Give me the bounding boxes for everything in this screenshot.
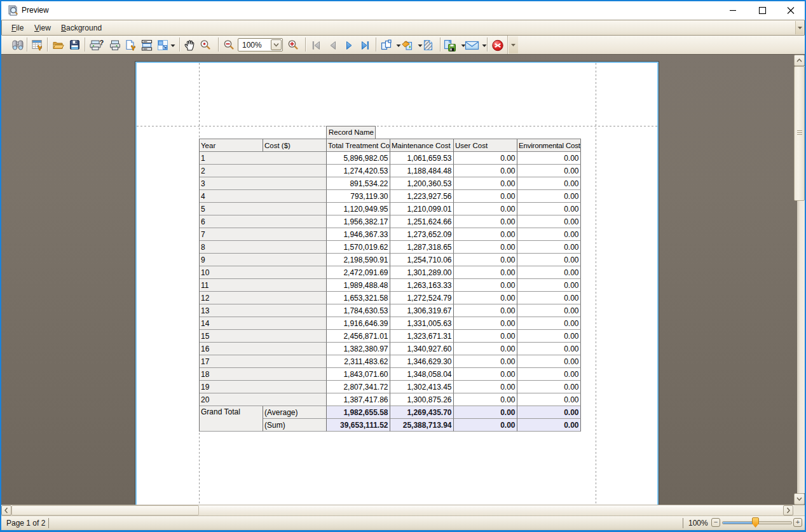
svg-text:?: ? [100,39,104,46]
